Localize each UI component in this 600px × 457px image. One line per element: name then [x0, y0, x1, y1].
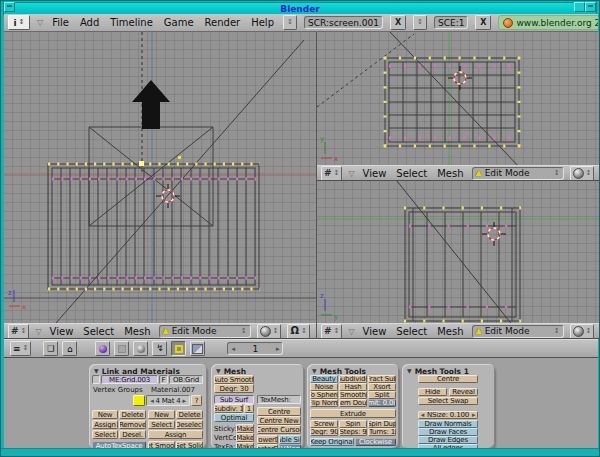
material-delete-button[interactable]: Delete [176, 410, 203, 419]
material-help-button[interactable]: ? [191, 395, 202, 406]
frame-stepper[interactable]: ◂1▸ [227, 342, 283, 355]
degr-field[interactable]: Degr: 90 [310, 428, 338, 436]
optimal-toggle[interactable]: Optimal [214, 413, 254, 422]
panel-align-button[interactable]: ≡↕ [10, 341, 31, 356]
centre-cursor-button[interactable]: Centre Cursor [257, 425, 301, 434]
draw-edges-toggle[interactable]: Draw Edges [418, 436, 478, 444]
shade-button[interactable] [585, 2, 596, 12]
draw-faces-toggle[interactable]: Draw Faces [418, 428, 478, 436]
limit-field[interactable]: Limit: 0.001 [368, 399, 396, 407]
frame-prev-icon[interactable]: ◂ [231, 345, 235, 353]
subdivide-button[interactable]: Subdivide [339, 375, 367, 383]
fract-subdivide-button[interactable]: Fract Sub [368, 375, 396, 383]
auto-smooth-toggle[interactable]: Auto Smooth [214, 375, 254, 384]
scene-browse-button[interactable]: ↕ [413, 15, 427, 30]
shading-context-button[interactable] [133, 341, 148, 356]
home-button[interactable]: ⌂ [62, 341, 77, 356]
material-deselect-button[interactable]: Deselect [176, 420, 203, 429]
subdiv-render-field[interactable]: 1 [244, 404, 254, 413]
draw-type-button[interactable]: ↕ [570, 166, 595, 181]
clockwise-toggle[interactable]: Clockwise [355, 438, 396, 446]
menu-timeline[interactable]: Timeline [108, 17, 155, 28]
mode-dropdown[interactable]: ▲Edit Mode↕ [472, 167, 564, 180]
scene-context-button[interactable] [190, 341, 205, 356]
remove-doubles-button[interactable]: Rem Doub [339, 399, 367, 407]
steps-field[interactable]: Steps: 9 [339, 428, 367, 436]
vgroup-select-button[interactable]: Select [92, 430, 118, 439]
front-viewport-canvas[interactable]: z x [4, 32, 316, 323]
vertcol-make-button[interactable]: Make [236, 433, 254, 442]
hide-button[interactable]: Hide [418, 388, 447, 396]
hash-button[interactable]: Hash [339, 383, 367, 391]
pivot-button[interactable]: Ω↕ [287, 324, 309, 339]
next-icon[interactable]: ▸ [472, 411, 475, 419]
menu-select[interactable]: Select [81, 326, 116, 337]
viewport-type-button[interactable]: #↕ [321, 324, 342, 339]
fake-user-button[interactable]: F [159, 375, 168, 384]
next-icon[interactable]: ▸ [183, 397, 186, 405]
screen-browse-button[interactable]: ↕ [283, 15, 297, 30]
flip-normals-button[interactable]: Flip Norm [310, 399, 338, 407]
script-context-button[interactable] [114, 341, 129, 356]
collapse-icon[interactable]: ▽ [348, 327, 354, 336]
menu-view[interactable]: View [361, 168, 389, 179]
menu-select[interactable]: Select [394, 168, 429, 179]
menu-game[interactable]: Game [162, 17, 196, 28]
vgroup-remove-button[interactable]: Remove [119, 420, 146, 429]
menu-view[interactable]: View [48, 326, 76, 337]
menu-mesh[interactable]: Mesh [122, 326, 152, 337]
window-view-button[interactable]: ❑ [43, 341, 58, 356]
xsort-button[interactable]: Xsort [368, 383, 396, 391]
double-sided-toggle[interactable]: Double Sided [279, 435, 301, 444]
screen-close-button[interactable]: X [390, 15, 406, 30]
menu-view[interactable]: View [361, 326, 389, 337]
subdiv-field[interactable]: Subdiv: 1 [214, 404, 243, 413]
object-name-field[interactable]: OB:Grid [169, 375, 203, 384]
degr-field[interactable]: Degr: 30 [214, 384, 254, 393]
material-color-swatch[interactable] [133, 395, 145, 406]
centre-new-button[interactable]: Centre New [257, 416, 301, 425]
mode-dropdown[interactable]: ▲Edit Mode↕ [159, 325, 251, 338]
frame-next-icon[interactable]: ▸ [276, 345, 280, 353]
top-viewport-canvas[interactable]: y x [317, 32, 599, 165]
split-button[interactable]: Split [368, 391, 396, 399]
material-select-button[interactable]: Select [148, 420, 175, 429]
prev-icon[interactable]: ◂ [150, 397, 153, 405]
collapse-icon[interactable]: ▽ [348, 169, 354, 178]
vgroup-deselect-button[interactable]: Desel. [119, 430, 146, 439]
centre-button[interactable]: Centre [257, 407, 301, 416]
spin-dup-button[interactable]: Spin Dup [368, 420, 396, 428]
side-viewport-canvas[interactable]: z y [317, 181, 599, 323]
sticky-make-button[interactable]: Make [236, 424, 254, 433]
mesh-browse-button[interactable] [92, 375, 100, 384]
draw-type-button[interactable]: ↕ [570, 324, 595, 339]
beauty-toggle[interactable]: Beauty [310, 375, 338, 383]
extrude-button[interactable]: Extrude [310, 409, 396, 418]
keep-original-toggle[interactable]: Keep Original [310, 438, 354, 446]
collapse-icon[interactable]: ▽ [37, 18, 43, 27]
centre-button[interactable]: Centre [418, 375, 478, 383]
slower-draw-button[interactable]: SlowerDr [257, 435, 278, 444]
object-context-button[interactable]: ↯ [152, 341, 167, 356]
menu-help[interactable]: Help [249, 17, 276, 28]
scene-close-button[interactable]: X [475, 15, 491, 30]
editing-context-button[interactable] [171, 341, 186, 356]
window-type-button[interactable]: i↕ [8, 15, 30, 30]
texmesh-field[interactable]: TexMesh: [257, 395, 301, 404]
menu-file[interactable]: File [50, 17, 71, 28]
draw-normals-toggle[interactable]: Draw Normals [418, 420, 478, 428]
viewport-type-button[interactable]: #↕ [8, 324, 29, 339]
scene-selector[interactable]: SCE:1 [434, 16, 468, 29]
collapse-icon[interactable]: ▽ [35, 327, 41, 336]
to-sphere-button[interactable]: To Sphere [310, 391, 338, 399]
mesh-name-field[interactable]: ME:Grid.003 [101, 375, 158, 384]
noise-button[interactable]: Noise [310, 383, 338, 391]
spin-button[interactable]: Spin [339, 420, 367, 428]
logic-context-button[interactable] [95, 341, 110, 356]
reveal-button[interactable]: Reveal [449, 388, 478, 396]
vgroup-assign-button[interactable]: Assign [92, 420, 118, 429]
window-menu-button[interactable] [4, 2, 15, 12]
viewport-type-button[interactable]: #↕ [321, 166, 342, 181]
menu-select[interactable]: Select [394, 326, 429, 337]
material-index-stepper[interactable]: ◂4 Mat 4▸ [146, 395, 190, 406]
